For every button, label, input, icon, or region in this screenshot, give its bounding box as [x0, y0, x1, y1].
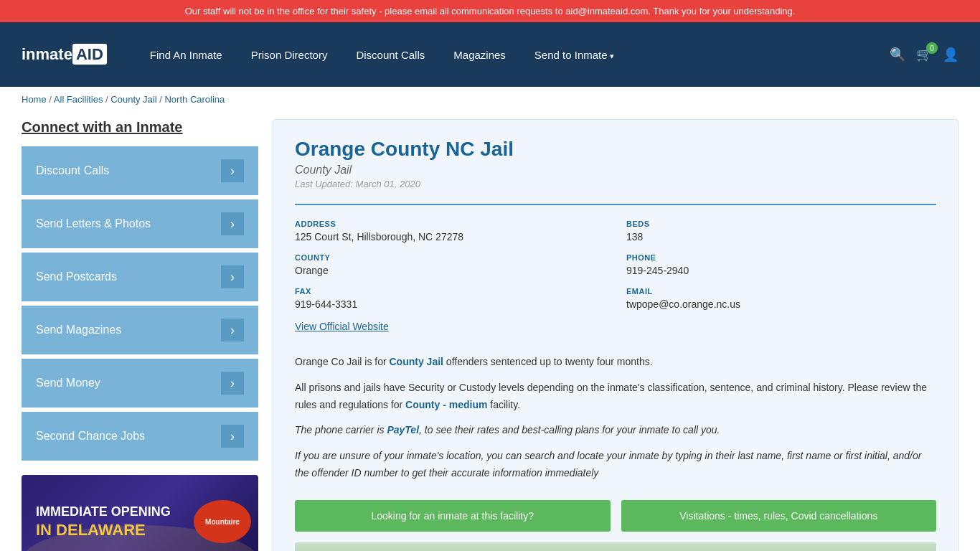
- nav-icons: 🔍 🛒 0 👤: [890, 47, 958, 62]
- cart-icon[interactable]: 🛒 0: [916, 47, 932, 62]
- beds-label: BEDS: [626, 220, 936, 228]
- fax-label: FAX: [295, 287, 605, 296]
- sidebar-title: Connect with an Inmate: [22, 119, 258, 136]
- main-layout: Connect with an Inmate Discount Calls › …: [0, 112, 980, 551]
- logo: inmateAID: [22, 45, 107, 64]
- nav-magazines[interactable]: Magazines: [439, 42, 520, 68]
- chevron-right-icon: ›: [221, 425, 244, 448]
- action-buttons: Looking for an inmate at this facility? …: [295, 500, 936, 532]
- ad-line1: IMMEDIATE OPENING: [36, 504, 171, 520]
- ad-text: IMMEDIATE OPENING IN DELAWARE: [36, 504, 171, 539]
- facility-type: County Jail: [295, 164, 936, 176]
- county-label: COUNTY: [295, 253, 605, 262]
- phone-block: PHONE 919-245-2940: [626, 253, 936, 276]
- breadcrumb-county-jail[interactable]: County Jail: [110, 94, 156, 105]
- last-updated: Last Updated: March 01, 2020: [295, 179, 936, 189]
- nav-discount-calls[interactable]: Discount Calls: [341, 42, 439, 68]
- desc-para-4: If you are unsure of your inmate's locat…: [295, 448, 936, 482]
- nav-prison-directory[interactable]: Prison Directory: [237, 42, 342, 68]
- ad-logo: Mountaire: [194, 500, 251, 543]
- mountaire-logo: Mountaire: [194, 500, 251, 543]
- facility-name: Orange County NC Jail: [295, 138, 936, 161]
- main-nav: Find An Inmate Prison Directory Discount…: [136, 42, 890, 68]
- chevron-right-icon: ›: [221, 372, 244, 395]
- facility-description: Orange Co Jail is for County Jail offend…: [295, 354, 936, 482]
- chevron-right-icon: ›: [221, 265, 244, 288]
- paytel-link[interactable]: PayTel: [387, 424, 419, 435]
- send-magazines-button[interactable]: Send Magazines ›: [22, 306, 258, 354]
- second-chance-jobs-button[interactable]: Second Chance Jobs ›: [22, 412, 258, 461]
- sidebar: Connect with an Inmate Discount Calls › …: [22, 119, 258, 551]
- breadcrumb-home[interactable]: Home: [22, 94, 47, 105]
- ad-line2: IN DELAWARE: [36, 521, 171, 540]
- nav-send-to-inmate[interactable]: Send to Inmate: [520, 42, 628, 68]
- discount-calls-button[interactable]: Discount Calls ›: [22, 146, 258, 195]
- desc-para-1: Orange Co Jail is for County Jail offend…: [295, 354, 936, 371]
- county-jail-inline-link[interactable]: County Jail: [390, 356, 443, 367]
- chevron-right-icon: ›: [221, 319, 244, 342]
- chevron-right-icon: ›: [221, 212, 244, 235]
- email-label: EMAIL: [626, 287, 936, 296]
- facility-content: Orange County NC Jail County Jail Last U…: [273, 119, 958, 551]
- header: inmateAID Find An Inmate Prison Director…: [0, 22, 980, 87]
- official-website-link[interactable]: View Official Website: [295, 321, 389, 332]
- send-postcards-button[interactable]: Send Postcards ›: [22, 253, 258, 301]
- phone-label: PHONE: [626, 253, 936, 262]
- breadcrumb-all-facilities[interactable]: All Facilities: [54, 94, 103, 105]
- address-label: ADDRESS: [295, 220, 605, 228]
- email-block: EMAIL twpope@co.orange.nc.us: [626, 287, 936, 310]
- desc-para-3: The phone carrier is PayTel, to see thei…: [295, 422, 936, 439]
- looking-for-inmate-button[interactable]: Looking for an inmate at this facility?: [295, 500, 611, 532]
- breadcrumb-north-carolina[interactable]: North Carolina: [164, 94, 225, 105]
- search-icon[interactable]: 🔍: [890, 47, 905, 62]
- send-money-button[interactable]: Send Money ›: [22, 359, 258, 408]
- address-value: 125 Court St, Hillsborough, NC 27278: [295, 231, 605, 242]
- address-block: ADDRESS 125 Court St, Hillsborough, NC 2…: [295, 220, 605, 242]
- county-block: COUNTY Orange: [295, 253, 605, 276]
- email-value: twpope@co.orange.nc.us: [626, 298, 936, 310]
- phone-value: 919-245-2940: [626, 265, 936, 276]
- chevron-right-icon: ›: [221, 159, 244, 182]
- county-medium-link[interactable]: County - medium: [405, 399, 487, 410]
- user-icon[interactable]: 👤: [943, 47, 958, 62]
- cart-count: 0: [926, 42, 938, 54]
- beds-block: BEDS 138: [626, 220, 936, 242]
- sidebar-ad: IMMEDIATE OPENING IN DELAWARE Mountaire: [22, 475, 258, 551]
- send-letters-button[interactable]: Send Letters & Photos ›: [22, 199, 258, 248]
- facility-info-grid: ADDRESS 125 Court St, Hillsborough, NC 2…: [295, 204, 936, 310]
- fax-value: 919-644-3331: [295, 298, 605, 310]
- facility-image: [295, 542, 936, 551]
- nav-find-inmate[interactable]: Find An Inmate: [136, 42, 237, 68]
- breadcrumb: Home / All Facilities / County Jail / No…: [0, 87, 980, 112]
- visitation-button[interactable]: Visitations - times, rules, Covid cancel…: [621, 500, 937, 532]
- desc-para-2: All prisons and jails have Security or C…: [295, 380, 936, 414]
- county-value: Orange: [295, 265, 605, 276]
- fax-block: FAX 919-644-3331: [295, 287, 605, 310]
- beds-value: 138: [626, 231, 936, 242]
- alert-banner: Our staff will not be in the office for …: [0, 0, 980, 22]
- logo-area: inmateAID: [22, 45, 107, 64]
